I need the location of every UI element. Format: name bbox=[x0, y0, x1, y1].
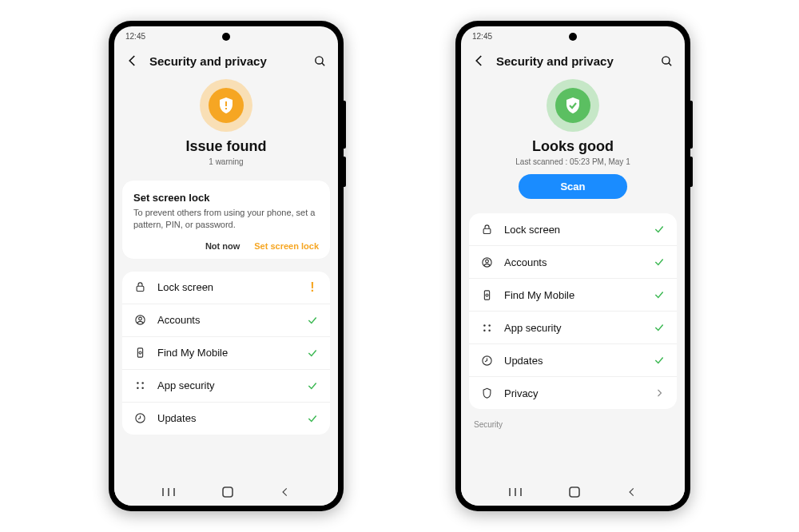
not-now-button[interactable]: Not now bbox=[205, 241, 240, 251]
svg-rect-20 bbox=[483, 228, 491, 233]
list-row-app-security[interactable]: App security bbox=[122, 370, 330, 403]
list-item-label: Updates bbox=[157, 412, 295, 424]
list-row-accounts[interactable]: Accounts bbox=[469, 246, 677, 279]
phone-frame-right: 12:45 Security and privacy Looks good La… bbox=[455, 21, 690, 511]
check-icon bbox=[653, 256, 666, 268]
list-item-label: Updates bbox=[504, 355, 642, 367]
list-item-label: Lock screen bbox=[157, 281, 295, 293]
phone-side-button bbox=[344, 101, 346, 149]
security-list: Lock screen ! Accounts Find My Mobile Ap… bbox=[122, 272, 330, 435]
status-time: 12:45 bbox=[472, 32, 492, 41]
home-icon[interactable] bbox=[221, 486, 234, 498]
phone-frame-left: 12:45 Security and privacy Issue found 1… bbox=[109, 21, 344, 511]
nav-bar bbox=[461, 478, 685, 506]
prompt-title: Set screen lock bbox=[133, 192, 319, 204]
account-icon bbox=[480, 256, 493, 268]
apps-icon bbox=[133, 379, 146, 392]
list-row-updates[interactable]: Updates bbox=[122, 403, 330, 435]
apps-icon bbox=[480, 321, 493, 334]
camera-hole bbox=[569, 33, 577, 41]
check-icon bbox=[653, 321, 666, 334]
svg-point-26 bbox=[488, 324, 491, 327]
check-icon bbox=[306, 347, 319, 359]
status-hero: Issue found 1 warning bbox=[114, 74, 338, 173]
privacy-icon bbox=[480, 387, 493, 399]
list-row-accounts[interactable]: Accounts bbox=[122, 304, 330, 337]
phone-side-button bbox=[344, 157, 346, 187]
check-icon bbox=[306, 314, 319, 327]
svg-point-24 bbox=[485, 293, 487, 296]
list-row-lock-screen[interactable]: Lock screen bbox=[469, 213, 677, 246]
check-icon bbox=[306, 379, 319, 392]
phone-side-button bbox=[690, 157, 693, 187]
find-mobile-icon bbox=[133, 347, 146, 359]
svg-point-28 bbox=[488, 329, 491, 332]
svg-point-0 bbox=[316, 56, 323, 63]
back-nav-icon[interactable] bbox=[626, 486, 638, 498]
search-icon[interactable] bbox=[660, 54, 674, 68]
svg-rect-3 bbox=[225, 108, 227, 109]
list-row-app-security[interactable]: App security bbox=[469, 312, 677, 344]
status-subtitle: Last scanned : 05:23 PM, May 1 bbox=[461, 157, 685, 166]
svg-rect-23 bbox=[484, 290, 489, 299]
svg-line-1 bbox=[322, 62, 324, 65]
shield-warning-icon bbox=[209, 88, 244, 123]
security-list: Lock screen Accounts Find My Mobile App … bbox=[469, 213, 677, 409]
page-title: Security and privacy bbox=[496, 54, 650, 68]
back-icon[interactable] bbox=[472, 54, 487, 68]
svg-line-19 bbox=[669, 62, 671, 65]
warning-icon: ! bbox=[306, 281, 319, 294]
svg-rect-7 bbox=[137, 348, 142, 357]
svg-point-27 bbox=[483, 329, 486, 332]
check-icon bbox=[306, 412, 319, 425]
list-row-find-my-mobile[interactable]: Find My Mobile bbox=[469, 279, 677, 312]
status-time: 12:45 bbox=[125, 32, 145, 41]
status-subtitle: 1 warning bbox=[114, 157, 338, 166]
svg-point-12 bbox=[141, 387, 144, 390]
back-nav-icon[interactable] bbox=[280, 486, 291, 498]
svg-point-18 bbox=[662, 56, 670, 63]
svg-point-10 bbox=[141, 382, 144, 384]
update-icon bbox=[133, 412, 146, 425]
update-icon bbox=[480, 354, 493, 367]
page-header: Security and privacy bbox=[461, 46, 685, 74]
recents-icon[interactable] bbox=[161, 486, 176, 498]
search-icon[interactable] bbox=[313, 54, 327, 68]
page-header: Security and privacy bbox=[114, 46, 338, 74]
back-icon[interactable] bbox=[125, 54, 140, 68]
page-title: Security and privacy bbox=[149, 54, 304, 68]
list-item-label: Accounts bbox=[504, 256, 642, 268]
section-header: Security bbox=[469, 417, 677, 432]
list-item-label: App security bbox=[504, 322, 642, 334]
shield-check-icon bbox=[555, 88, 590, 123]
recents-icon[interactable] bbox=[508, 486, 523, 498]
status-icon-ring bbox=[547, 79, 599, 132]
check-icon bbox=[653, 223, 666, 236]
svg-point-6 bbox=[138, 317, 141, 320]
svg-point-11 bbox=[137, 387, 139, 390]
chevron-right-icon bbox=[653, 387, 666, 399]
find-mobile-icon bbox=[480, 288, 493, 301]
svg-point-9 bbox=[137, 382, 139, 384]
list-row-find-my-mobile[interactable]: Find My Mobile bbox=[122, 337, 330, 370]
set-screen-lock-button[interactable]: Set screen lock bbox=[254, 241, 319, 251]
account-icon bbox=[133, 314, 146, 327]
status-icon-ring bbox=[200, 79, 252, 132]
list-row-lock-screen[interactable]: Lock screen ! bbox=[122, 272, 330, 304]
list-item-label: Lock screen bbox=[504, 224, 642, 236]
list-item-label: Find My Mobile bbox=[157, 347, 295, 359]
list-row-privacy[interactable]: Privacy bbox=[469, 377, 677, 409]
list-item-label: Accounts bbox=[157, 314, 295, 326]
status-hero: Looks good Last scanned : 05:23 PM, May … bbox=[461, 74, 685, 205]
camera-hole bbox=[222, 33, 230, 41]
svg-rect-33 bbox=[570, 487, 579, 497]
list-row-updates[interactable]: Updates bbox=[469, 344, 677, 377]
lock-icon bbox=[480, 223, 493, 236]
svg-rect-4 bbox=[137, 287, 144, 292]
list-item-label: Privacy bbox=[504, 387, 642, 399]
svg-point-25 bbox=[483, 324, 486, 327]
home-icon[interactable] bbox=[568, 486, 581, 498]
scan-button[interactable]: Scan bbox=[519, 174, 626, 199]
prompt-body: To prevent others from using your phone,… bbox=[133, 207, 319, 232]
phone-side-button bbox=[690, 101, 693, 149]
